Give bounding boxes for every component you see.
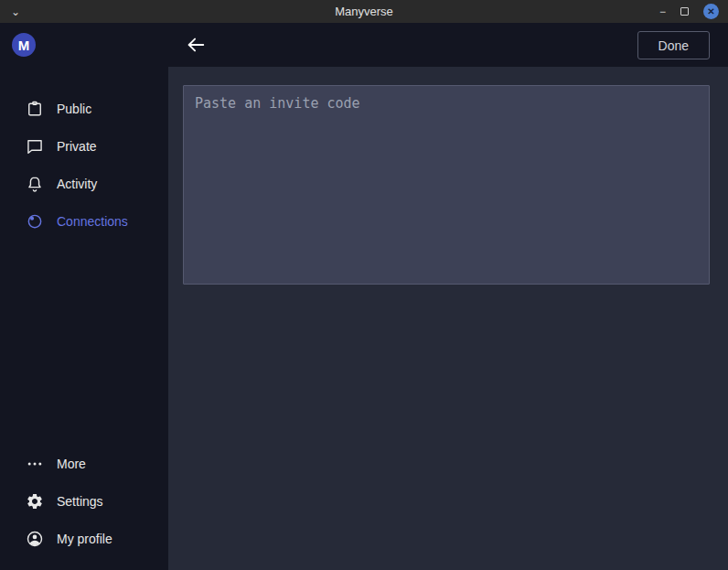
window-controls: − ✕	[659, 4, 728, 19]
sidebar: Public Private Activity	[0, 67, 168, 570]
main-panel	[168, 67, 728, 570]
app-header: M Done	[0, 23, 728, 67]
sidebar-item-settings[interactable]: Settings	[0, 482, 168, 520]
ellipsis-icon	[26, 455, 44, 473]
sidebar-spacer	[0, 240, 168, 445]
sidebar-item-public[interactable]: Public	[0, 90, 168, 127]
sidebar-item-label: Settings	[57, 494, 103, 509]
sidebar-item-label: Private	[57, 139, 97, 154]
sidebar-item-label: More	[57, 457, 86, 471]
sidebar-item-label: My profile	[57, 532, 112, 546]
sidebar-item-label: Activity	[57, 177, 97, 191]
profile-icon	[26, 530, 44, 548]
restore-button[interactable]	[680, 7, 689, 16]
sidebar-item-label: Public	[57, 102, 91, 116]
sidebar-item-my-profile[interactable]: My profile	[0, 520, 168, 557]
clipboard-icon	[26, 100, 44, 118]
os-titlebar: ⌄ Manyverse − ✕	[0, 0, 728, 23]
sidebar-item-private[interactable]: Private	[0, 127, 168, 165]
sidebar-item-activity[interactable]: Activity	[0, 165, 168, 202]
restore-icon	[680, 7, 689, 16]
bell-icon	[26, 175, 44, 193]
back-button[interactable]	[183, 32, 209, 58]
back-arrow-icon	[186, 35, 206, 55]
connections-icon	[26, 212, 44, 231]
manyverse-logo[interactable]: M	[12, 33, 36, 57]
close-button[interactable]: ✕	[703, 4, 719, 19]
invite-code-input[interactable]	[183, 85, 710, 285]
done-button[interactable]: Done	[637, 31, 710, 59]
gear-icon	[26, 492, 44, 511]
sidebar-item-more[interactable]: More	[0, 445, 168, 482]
window-title: Manyverse	[0, 5, 728, 18]
content-area: Public Private Activity	[0, 67, 728, 570]
minimize-button[interactable]: −	[659, 6, 666, 17]
sidebar-item-label: Connections	[57, 214, 128, 229]
message-bubble-icon	[26, 137, 44, 156]
sidebar-item-connections[interactable]: Connections	[0, 202, 168, 240]
app-menu-chevron-icon[interactable]: ⌄	[0, 5, 31, 18]
